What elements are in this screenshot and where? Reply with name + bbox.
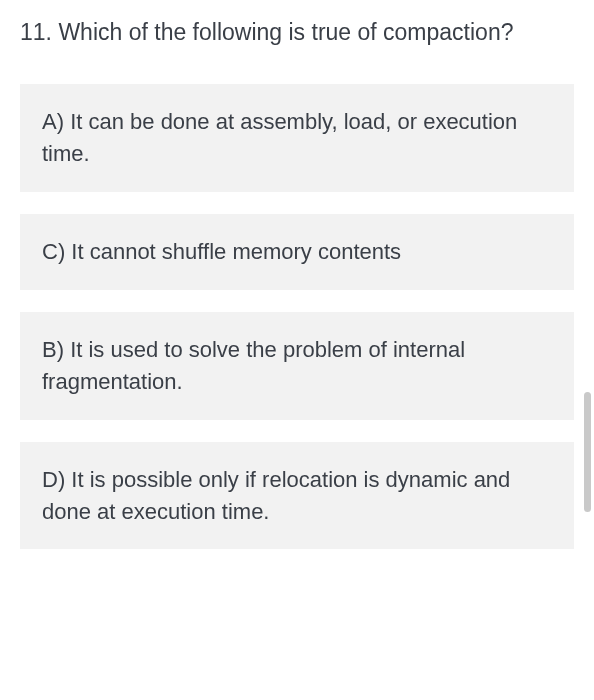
option-label: C) [42, 239, 65, 264]
option-label: D) [42, 467, 65, 492]
option-b[interactable]: B) It is used to solve the problem of in… [20, 312, 574, 420]
option-label: B) [42, 337, 64, 362]
option-a[interactable]: A) It can be done at assembly, load, or … [20, 84, 574, 192]
option-text: It cannot shuffle memory contents [71, 239, 401, 264]
option-text: It is used to solve the problem of inter… [42, 337, 465, 394]
option-d[interactable]: D) It is possible only if relocation is … [20, 442, 574, 550]
option-text: It can be done at assembly, load, or exe… [42, 109, 517, 166]
options-list: A) It can be done at assembly, load, or … [20, 84, 574, 549]
scrollbar-thumb[interactable] [584, 392, 591, 512]
question-prompt: 11. Which of the following is true of co… [20, 16, 574, 48]
question-number: 11. [20, 19, 52, 45]
option-label: A) [42, 109, 64, 134]
question-text: Which of the following is true of compac… [58, 19, 513, 45]
option-text: It is possible only if relocation is dyn… [42, 467, 510, 524]
option-c[interactable]: C) It cannot shuffle memory contents [20, 214, 574, 290]
